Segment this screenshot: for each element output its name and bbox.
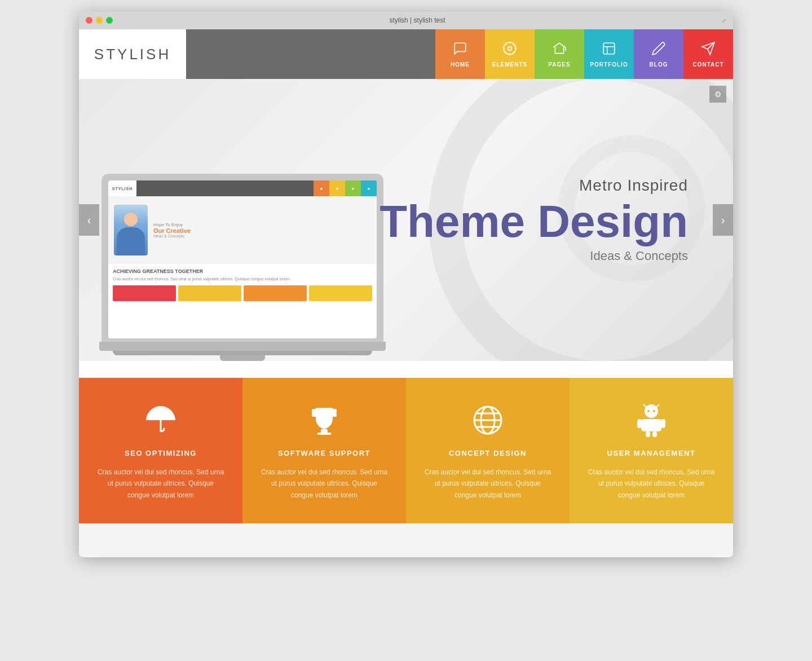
svg-rect-17 (661, 419, 665, 428)
nav-item-portfolio[interactable]: PORTFOLIO (584, 29, 634, 79)
svg-rect-15 (641, 419, 661, 431)
svg-point-23 (653, 410, 655, 412)
mini-sub: Ideas & Concepts (153, 234, 371, 238)
feature-desc-software: Cras auctor vel dui sed rhoncus. Sed urn… (259, 466, 389, 501)
seo-icon (141, 400, 180, 440)
nav-label-elements: ELEMENTS (492, 61, 527, 68)
feature-title-user: USER MANAGEMENT (607, 449, 696, 457)
minimize-button[interactable] (96, 17, 103, 24)
svg-rect-18 (646, 431, 650, 437)
browser-title: stylish | stylish test (116, 16, 718, 24)
nav-label-pages: PAGES (548, 61, 570, 68)
software-icon (304, 400, 344, 440)
nav-label-home: HOME (451, 61, 470, 68)
maximize-button[interactable] (106, 17, 113, 24)
hero-text: Metro Inspired Theme Design Ideas & Conc… (379, 177, 688, 263)
feature-card-software: SOFTWARE SUPPORT Cras auctor vel dui sed… (242, 378, 406, 523)
svg-rect-8 (332, 409, 337, 417)
svg-rect-19 (652, 431, 657, 437)
features-section: SEO OPTIMIZING Cras auctor vel dui sed r… (79, 378, 733, 523)
mini-achieving: ACHIEVING GREATNESS TOGETHER (113, 268, 372, 274)
blog-icon (651, 41, 666, 59)
pages-icon (552, 41, 567, 59)
feature-card-user: USER MANAGEMENT Cras auctor vel dui sed … (570, 378, 733, 523)
slider-settings-button[interactable]: ⚙ (709, 86, 726, 103)
nav-item-contact[interactable]: CONTACT (683, 29, 733, 79)
nav-item-pages[interactable]: PAGES (535, 29, 584, 79)
feature-title-seo: SEO OPTIMIZING (125, 449, 197, 457)
laptop-mockup: STYLISH ● ● ● ● (102, 174, 383, 361)
nav-item-elements[interactable]: ELEMENTS (485, 29, 535, 79)
logo-area: STYLISH (79, 29, 186, 79)
nav-item-blog[interactable]: BLOG (634, 29, 683, 79)
svg-point-14 (645, 404, 658, 418)
hero-section: STYLISH ● ● ● ● (79, 79, 733, 361)
feature-title-software: SOFTWARE SUPPORT (278, 449, 370, 457)
hero-title: Theme Design (379, 199, 688, 244)
feature-desc-user: Cras auctor vel dui sed rhoncus. Sed urn… (586, 466, 716, 501)
svg-rect-6 (317, 433, 331, 435)
logo-text: STYLISH (94, 46, 171, 63)
feature-card-seo: SEO OPTIMIZING Cras auctor vel dui sed r… (79, 378, 242, 523)
browser-chrome: stylish | stylish test ⤢ (79, 11, 733, 29)
contact-icon (701, 41, 716, 59)
feature-desc-concept: Cras auctor vel dui sed rhoncus. Sed urn… (423, 466, 553, 501)
user-icon (632, 400, 671, 440)
footer-gray (79, 523, 733, 557)
svg-rect-5 (321, 429, 328, 433)
feature-card-concept: CONCEPT DESIGN Cras auctor vel dui sed r… (406, 378, 570, 523)
resize-icon[interactable]: ⤢ (722, 17, 726, 24)
nav-label-portfolio: PORTFOLIO (590, 61, 628, 68)
mini-para: Cras auctor vel dui sed rhoncus. Sed urn… (113, 276, 372, 282)
close-button[interactable] (86, 17, 92, 24)
elements-icon (502, 41, 517, 59)
hero-subtitle: Metro Inspired (379, 177, 688, 195)
svg-line-21 (656, 404, 659, 408)
svg-line-20 (643, 404, 647, 408)
nav-item-home[interactable]: HOME (435, 29, 485, 79)
mini-slogan: Hope To Enjoy (153, 222, 371, 227)
mini-headline: Our Creative (153, 227, 371, 234)
svg-rect-7 (312, 409, 316, 417)
main-nav: HOME ELEMENTS PAGES PORTFOLIO (435, 29, 733, 79)
slider-next-button[interactable]: › (713, 204, 733, 236)
portfolio-icon (602, 41, 616, 59)
nav-label-contact: CONTACT (692, 61, 723, 68)
home-icon (453, 41, 467, 59)
svg-point-0 (508, 46, 512, 50)
hero-tagline: Ideas & Concepts (379, 249, 688, 263)
nav-label-blog: BLOG (650, 61, 668, 68)
site-header: STYLISH HOME ELEMENTS PAGES (79, 29, 733, 79)
concept-icon (468, 400, 508, 440)
browser-window: stylish | stylish test ⤢ STYLISH HOME EL… (79, 11, 733, 557)
svg-point-22 (647, 410, 650, 412)
svg-rect-1 (603, 43, 615, 54)
slider-prev-button[interactable]: ‹ (79, 204, 99, 236)
svg-rect-16 (637, 419, 642, 428)
feature-title-concept: CONCEPT DESIGN (449, 449, 527, 457)
feature-desc-seo: Cras auctor vel dui sed rhoncus. Sed urn… (96, 466, 226, 501)
